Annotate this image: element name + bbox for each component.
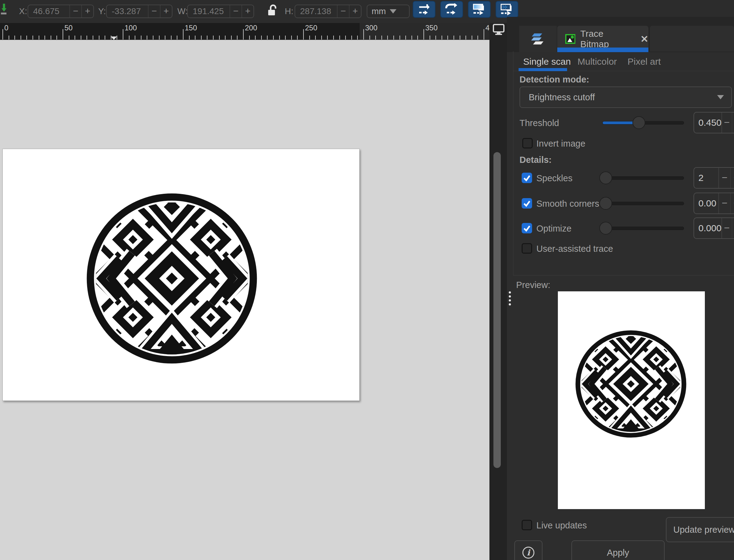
display-mode-icon[interactable] bbox=[493, 24, 505, 36]
tab-title: Trace Bitmap bbox=[580, 29, 633, 49]
scale-stroke-icon bbox=[417, 3, 431, 16]
optimize-slider-handle[interactable] bbox=[599, 222, 612, 235]
inkscape-window: X: 46.675 − + Y: -33.287 − + W: 191.425 … bbox=[0, 0, 734, 560]
unit-value: mm bbox=[372, 6, 386, 16]
smooth-corners-label: Smooth corners bbox=[536, 199, 599, 209]
smooth-corners-slider[interactable] bbox=[602, 202, 684, 205]
threshold-increment-button[interactable]: + bbox=[732, 113, 734, 133]
height-input[interactable]: 287.138 bbox=[295, 5, 337, 17]
smooth-corners-increment-button[interactable]: + bbox=[731, 193, 734, 213]
height-increment-button[interactable]: + bbox=[349, 5, 361, 17]
speckles-slider-handle[interactable] bbox=[599, 171, 612, 184]
smooth-corners-slider-handle[interactable] bbox=[599, 197, 612, 210]
tab-single-scan[interactable]: Single scan bbox=[523, 56, 571, 67]
active-tab-indicator bbox=[557, 48, 648, 52]
optimize-value[interactable]: 0.000 bbox=[694, 218, 721, 238]
check-icon bbox=[522, 223, 532, 233]
preview-label: Preview: bbox=[516, 280, 550, 290]
ruler-pointer-marker bbox=[111, 36, 117, 40]
smooth-corners-spinbox: 0.00 − + bbox=[694, 193, 734, 214]
unit-dropdown[interactable]: mm bbox=[367, 5, 410, 18]
threshold-spinbox: 0.450 − + bbox=[694, 112, 734, 133]
tab-multicolor[interactable]: Multicolor bbox=[578, 56, 617, 67]
tab-pixel-art[interactable]: Pixel art bbox=[628, 56, 661, 67]
speckles-decrement-button[interactable]: − bbox=[719, 168, 730, 188]
detection-mode-label: Detection mode: bbox=[520, 75, 589, 85]
optimize-slider[interactable] bbox=[602, 227, 684, 230]
width-input[interactable]: 191.425 bbox=[188, 5, 229, 17]
threshold-label: Threshold bbox=[520, 118, 559, 128]
threshold-slider-handle[interactable] bbox=[632, 116, 645, 129]
panel-resize-grip[interactable] bbox=[509, 291, 511, 293]
move-gradients-toggle-button[interactable] bbox=[468, 1, 491, 18]
live-updates-checkbox[interactable] bbox=[522, 520, 532, 530]
check-icon bbox=[522, 173, 532, 183]
tab-swatches[interactable] bbox=[519, 26, 557, 52]
image-icon bbox=[565, 34, 575, 44]
speckles-value[interactable]: 2 bbox=[694, 168, 718, 188]
user-assisted-trace-label: User-assisted trace bbox=[536, 244, 613, 254]
detection-mode-dropdown[interactable]: Brightness cutoff bbox=[520, 86, 732, 108]
svg-text:i: i bbox=[527, 548, 531, 557]
speckles-label: Speckles bbox=[536, 173, 573, 183]
active-subtab-indicator bbox=[519, 68, 567, 71]
x-increment-button[interactable]: + bbox=[82, 5, 93, 17]
close-icon[interactable]: ✕ bbox=[640, 33, 648, 45]
drop-indicator-icon bbox=[1, 3, 7, 17]
check-icon bbox=[522, 198, 532, 209]
threshold-decrement-button[interactable]: − bbox=[722, 113, 732, 133]
invert-image-checkbox[interactable] bbox=[522, 138, 533, 148]
scale-stroke-toggle-button[interactable] bbox=[413, 1, 436, 18]
move-patterns-toggle-button[interactable] bbox=[496, 1, 518, 18]
preview-traced-image bbox=[572, 327, 690, 441]
speckles-increment-button[interactable]: + bbox=[731, 168, 734, 188]
speckles-checkbox[interactable] bbox=[522, 173, 532, 183]
user-assisted-trace-checkbox[interactable] bbox=[522, 243, 532, 254]
optimize-checkbox[interactable] bbox=[522, 223, 532, 233]
x-input[interactable]: 46.675 bbox=[28, 5, 69, 17]
trace-source-image[interactable] bbox=[81, 188, 262, 369]
width-label: W: bbox=[177, 5, 188, 18]
move-gradients-icon bbox=[472, 3, 486, 16]
speckles-slider[interactable] bbox=[602, 176, 684, 180]
preview-area bbox=[558, 291, 705, 509]
threshold-value[interactable]: 0.450 bbox=[694, 113, 721, 133]
chevron-down-icon bbox=[717, 95, 724, 99]
ruler-offpage-zone bbox=[359, 23, 490, 40]
panel-resize-grip[interactable] bbox=[509, 299, 511, 301]
y-input[interactable]: -33.287 bbox=[107, 5, 148, 17]
chevron-down-icon bbox=[390, 9, 397, 13]
horizontal-ruler[interactable]: 050100150200250300350400 bbox=[0, 23, 490, 40]
vertical-scrollbar[interactable] bbox=[494, 152, 501, 468]
scan-mode-tabs: Single scan Multicolor Pixel art bbox=[507, 52, 734, 71]
y-decrement-button[interactable]: − bbox=[148, 5, 160, 17]
optimize-increment-button[interactable]: + bbox=[732, 218, 734, 238]
smooth-corners-value[interactable]: 0.00 bbox=[694, 193, 718, 213]
tab-bar-spacer bbox=[650, 26, 734, 52]
dialog-tab-bar: Trace Bitmap ✕ bbox=[507, 17, 734, 52]
x-decrement-button[interactable]: − bbox=[70, 5, 81, 17]
optimize-decrement-button[interactable]: − bbox=[722, 218, 732, 238]
apply-button[interactable]: Apply bbox=[571, 540, 665, 560]
canvas[interactable] bbox=[0, 40, 490, 560]
smooth-corners-decrement-button[interactable]: − bbox=[719, 193, 730, 213]
detection-mode-value: Brightness cutoff bbox=[520, 92, 717, 102]
group-frame-border bbox=[513, 275, 734, 275]
info-button[interactable]: i bbox=[514, 540, 543, 560]
y-entry-group: -33.287 − + bbox=[106, 5, 172, 18]
details-label: Details: bbox=[520, 155, 552, 165]
panel-resize-grip[interactable] bbox=[509, 295, 511, 297]
speckles-spinbox: 2 − + bbox=[694, 167, 734, 189]
panel-resize-grip[interactable] bbox=[509, 303, 511, 305]
smooth-corners-checkbox[interactable] bbox=[522, 198, 532, 209]
width-decrement-button[interactable]: − bbox=[230, 5, 241, 17]
x-label: X: bbox=[19, 5, 27, 18]
live-updates-label: Live updates bbox=[536, 520, 587, 531]
scale-corners-toggle-button[interactable] bbox=[440, 1, 463, 18]
width-increment-button[interactable]: + bbox=[242, 5, 253, 17]
height-decrement-button[interactable]: − bbox=[337, 5, 349, 17]
update-preview-button[interactable]: Update preview bbox=[666, 517, 734, 542]
y-increment-button[interactable]: + bbox=[160, 5, 172, 17]
lock-ratio-icon[interactable] bbox=[267, 4, 278, 18]
scale-corners-icon bbox=[445, 3, 459, 16]
